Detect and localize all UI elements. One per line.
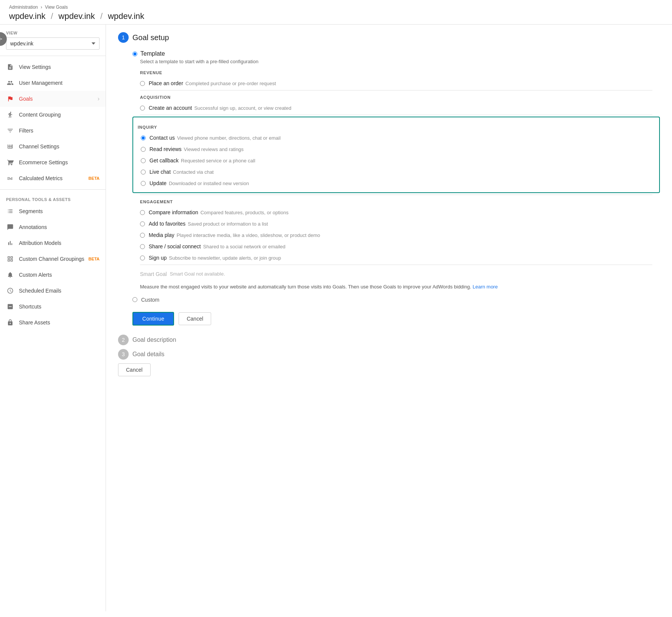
custom-radio[interactable]	[132, 297, 137, 302]
sidebar-item-user-management[interactable]: User Management	[0, 75, 106, 91]
radio-share-social[interactable]	[140, 244, 145, 249]
sidebar-item-label-share-assets: Share Assets	[19, 319, 100, 326]
opt-name-contact-us: Contact us	[149, 135, 175, 141]
sidebar-item-annotations[interactable]: Annotations	[0, 219, 106, 235]
opt-desc-update: Downloaded or installed new version	[169, 181, 249, 186]
radio-update[interactable]	[141, 181, 146, 186]
view-select-wrap: wpdev.ink	[0, 37, 106, 50]
sidebar-item-label-segments: Segments	[19, 208, 100, 214]
bottom-cancel-section: Cancel	[118, 363, 660, 376]
sidebar-item-label-attribution: Attribution Models	[19, 240, 100, 246]
radio-compare-info[interactable]	[140, 210, 145, 215]
option-media-play: Media play Played interactive media, lik…	[132, 230, 660, 240]
option-read-reviews: Read reviews Viewed reviews and ratings	[133, 144, 659, 154]
sidebar-item-attribution-models[interactable]: Attribution Models	[0, 235, 106, 251]
radio-read-reviews[interactable]	[141, 147, 146, 152]
page-title-part1: wpdev.ink	[9, 11, 45, 21]
sidebar-item-share-assets[interactable]: Share Assets	[0, 315, 106, 330]
opt-desc-create-account: Successful sign up, account, or view cre…	[194, 105, 291, 111]
page-title-part3: wpdev.ink	[108, 11, 144, 21]
clock-icon	[6, 287, 14, 295]
sidebar-item-label-user-management: User Management	[19, 80, 100, 86]
category-inquiry: INQUIRY	[138, 125, 659, 129]
sidebar-item-shortcuts[interactable]: Shortcuts	[0, 299, 106, 315]
bottom-cancel-button[interactable]: Cancel	[118, 363, 151, 376]
smart-goal-name: Smart Goal	[140, 271, 167, 277]
sidebar-item-scheduled-emails[interactable]: Scheduled Emails	[0, 283, 106, 299]
sidebar-item-custom-alerts[interactable]: Custom Alerts	[0, 267, 106, 283]
opt-name-favorites: Add to favorites	[149, 221, 185, 227]
beta-badge-channel: BETA	[89, 257, 100, 261]
step2-header: 2 Goal description	[118, 335, 660, 345]
category-acquisition: ACQUISITION	[140, 95, 660, 100]
breadcrumb: Administration › View Goals	[9, 5, 663, 10]
sidebar-item-label-annotations: Annotations	[19, 224, 100, 230]
personal-tools-label: PERSONAL TOOLS & ASSETS	[0, 193, 106, 203]
step3-title: Goal details	[132, 351, 165, 358]
step3-circle: 3	[118, 349, 129, 360]
opt-desc-social: Shared to a social network or emailed	[203, 244, 286, 249]
page-title-sep2: /	[100, 11, 105, 21]
opt-name-media: Media play	[149, 232, 174, 238]
sidebar-item-filters[interactable]: Filters	[0, 123, 106, 139]
radio-create-account[interactable]	[140, 106, 145, 111]
sidebar-item-label-goals: Goals	[19, 96, 98, 102]
option-create-account: Create an account Successful sign up, ac…	[132, 103, 660, 113]
cancel-button[interactable]: Cancel	[179, 312, 211, 325]
radio-get-callback[interactable]	[141, 158, 146, 163]
radio-sign-up[interactable]	[140, 256, 145, 260]
option-update: Update Downloaded or installed new versi…	[133, 178, 659, 189]
radio-contact-us[interactable]	[141, 136, 146, 140]
sidebar-item-ecommerce-settings[interactable]: Ecommerce Settings	[0, 154, 106, 170]
option-share-social: Share / social connect Shared to a socia…	[132, 241, 660, 252]
bell-icon	[6, 271, 14, 279]
sidebar-item-label-ecommerce: Ecommerce Settings	[19, 159, 100, 165]
option-add-favorites: Add to favorites Saved product or inform…	[132, 218, 660, 229]
sidebar: VIEW wpdev.ink View Settings User Manage…	[0, 25, 106, 611]
sidebar-divider-mid	[0, 189, 106, 190]
option-get-callback: Get callback Requested service or a phon…	[133, 155, 659, 166]
sidebar-item-label-scheduled-emails: Scheduled Emails	[19, 288, 100, 294]
category-revenue: REVENUE	[140, 70, 660, 75]
breadcrumb-part1: Administration	[9, 5, 38, 10]
sidebar-item-custom-channel-groupings[interactable]: Custom Channel Groupings BETA	[0, 251, 106, 267]
continue-button[interactable]: Continue	[132, 312, 174, 326]
opt-desc-get-callback: Requested service or a phone call	[181, 158, 255, 164]
template-radio[interactable]	[132, 51, 137, 56]
sidebar-item-calculated-metrics[interactable]: Dd Calculated Metrics BETA	[0, 170, 106, 186]
sidebar-item-channel-settings[interactable]: Channel Settings	[0, 139, 106, 154]
custom-radio-label[interactable]: Custom	[141, 297, 159, 303]
sidebar-item-goals[interactable]: Goals ›	[0, 91, 106, 107]
template-radio-label[interactable]: Template	[140, 50, 165, 57]
learn-more-link[interactable]: Learn more	[473, 284, 498, 290]
radio-media-play[interactable]	[140, 233, 145, 238]
page-title-sep1: /	[51, 11, 55, 21]
breadcrumb-part2: View Goals	[45, 5, 68, 10]
opt-name-get-callback: Get callback	[149, 157, 179, 164]
custom-row: Custom	[132, 297, 660, 303]
sidebar-item-label-calc-metrics: Calculated Metrics	[19, 175, 87, 181]
opt-name-signup: Sign up	[149, 255, 166, 261]
bar-chart-icon	[6, 239, 14, 247]
cart-icon	[6, 158, 14, 167]
option-contact-us: Contact us Viewed phone number, directio…	[133, 132, 659, 143]
smart-goal-unavailable: Smart Goal not available.	[170, 271, 225, 277]
main-layout: VIEW wpdev.ink View Settings User Manage…	[0, 25, 672, 611]
opt-name-create-account: Create an account	[149, 105, 192, 111]
svg-text:Dd: Dd	[8, 176, 13, 181]
smart-goal-row: Smart Goal Smart Goal not available.	[140, 271, 652, 277]
filter-icon	[6, 126, 14, 135]
radio-place-order[interactable]	[140, 81, 145, 86]
option-sign-up: Sign up Subscribe to newsletter, update …	[132, 252, 660, 263]
grid-icon	[6, 255, 14, 263]
sidebar-item-label-shortcuts: Shortcuts	[19, 304, 100, 310]
radio-live-chat[interactable]	[141, 170, 146, 175]
step2-title: Goal description	[132, 337, 176, 343]
radio-add-favorites[interactable]	[140, 221, 145, 226]
sidebar-item-view-settings[interactable]: View Settings	[0, 59, 106, 75]
buttons-row: Continue Cancel	[132, 312, 660, 326]
segments-icon	[6, 207, 14, 215]
sidebar-item-segments[interactable]: Segments	[0, 203, 106, 219]
sidebar-item-content-grouping[interactable]: Content Grouping	[0, 107, 106, 123]
view-select[interactable]: wpdev.ink	[6, 37, 100, 50]
